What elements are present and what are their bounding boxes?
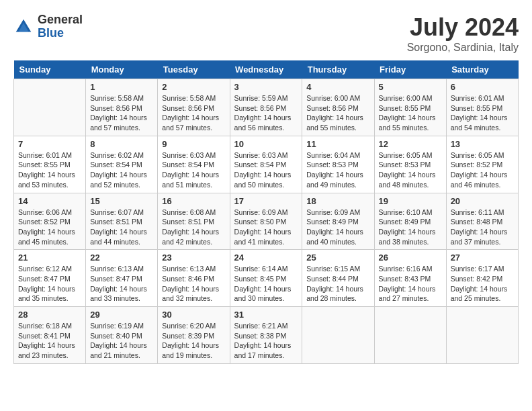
day-number: 16	[162, 196, 225, 206]
calendar-cell	[446, 307, 518, 364]
calendar-cell	[374, 307, 446, 364]
day-info: Sunrise: 6:09 AMSunset: 8:50 PMDaylight:…	[234, 208, 298, 247]
day-number: 19	[379, 196, 442, 206]
day-info: Sunrise: 6:14 AMSunset: 8:45 PMDaylight:…	[234, 264, 298, 304]
day-info: Sunrise: 5:59 AMSunset: 8:56 PMDaylight:…	[234, 93, 298, 133]
day-info: Sunrise: 6:01 AMSunset: 8:55 PMDaylight:…	[451, 93, 514, 133]
day-number: 5	[379, 82, 442, 92]
day-info: Sunrise: 6:09 AMSunset: 8:49 PMDaylight:…	[306, 208, 369, 247]
day-number: 20	[451, 196, 514, 206]
day-info: Sunrise: 6:21 AMSunset: 8:38 PMDaylight:…	[234, 321, 298, 361]
day-number: 26	[379, 253, 442, 263]
day-info: Sunrise: 5:58 AMSunset: 8:56 PMDaylight:…	[162, 93, 225, 133]
day-number: 17	[234, 196, 298, 206]
day-number: 10	[234, 139, 298, 149]
location-subtitle: Sorgono, Sardinia, Italy	[407, 42, 519, 54]
calendar-cell: 22Sunrise: 6:13 AMSunset: 8:47 PMDayligh…	[86, 250, 158, 307]
day-info: Sunrise: 6:00 AMSunset: 8:55 PMDaylight:…	[379, 93, 442, 133]
calendar-cell: 27Sunrise: 6:17 AMSunset: 8:42 PMDayligh…	[446, 250, 518, 307]
day-number: 22	[90, 253, 153, 263]
day-number: 6	[451, 82, 514, 92]
day-info: Sunrise: 6:03 AMSunset: 8:54 PMDaylight:…	[234, 150, 298, 190]
day-header-monday: Monday	[86, 60, 158, 79]
day-info: Sunrise: 6:05 AMSunset: 8:53 PMDaylight:…	[379, 150, 442, 190]
calendar-week-row: 1Sunrise: 5:58 AMSunset: 8:56 PMDaylight…	[14, 79, 519, 136]
calendar-cell: 11Sunrise: 6:04 AMSunset: 8:53 PMDayligh…	[302, 136, 374, 193]
calendar-cell: 19Sunrise: 6:10 AMSunset: 8:49 PMDayligh…	[374, 193, 446, 250]
day-info: Sunrise: 6:13 AMSunset: 8:46 PMDaylight:…	[162, 264, 225, 304]
calendar-cell: 2Sunrise: 5:58 AMSunset: 8:56 PMDaylight…	[158, 79, 230, 136]
day-header-sunday: Sunday	[14, 60, 86, 79]
day-number: 3	[234, 82, 298, 92]
calendar-week-row: 7Sunrise: 6:01 AMSunset: 8:55 PMDaylight…	[14, 136, 519, 193]
logo-general: General	[38, 13, 83, 27]
day-number: 24	[234, 253, 298, 263]
day-header-thursday: Thursday	[302, 60, 374, 79]
day-number: 18	[306, 196, 369, 206]
calendar-cell: 8Sunrise: 6:02 AMSunset: 8:54 PMDaylight…	[86, 136, 158, 193]
day-info: Sunrise: 6:16 AMSunset: 8:43 PMDaylight:…	[379, 264, 442, 304]
day-info: Sunrise: 6:01 AMSunset: 8:55 PMDaylight:…	[18, 150, 81, 190]
day-info: Sunrise: 6:10 AMSunset: 8:49 PMDaylight:…	[379, 208, 442, 247]
logo-text: General Blue	[38, 13, 83, 40]
calendar-cell	[302, 307, 374, 364]
day-info: Sunrise: 6:08 AMSunset: 8:51 PMDaylight:…	[162, 208, 225, 247]
calendar-cell: 13Sunrise: 6:05 AMSunset: 8:52 PMDayligh…	[446, 136, 518, 193]
day-number: 23	[162, 253, 225, 263]
day-info: Sunrise: 6:18 AMSunset: 8:41 PMDaylight:…	[18, 321, 81, 361]
calendar-week-row: 14Sunrise: 6:06 AMSunset: 8:52 PMDayligh…	[14, 193, 519, 250]
logo-blue: Blue	[38, 27, 83, 40]
day-number: 29	[90, 310, 153, 320]
day-number: 31	[234, 310, 298, 320]
calendar-cell: 4Sunrise: 6:00 AMSunset: 8:56 PMDaylight…	[302, 79, 374, 136]
calendar-cell: 14Sunrise: 6:06 AMSunset: 8:52 PMDayligh…	[14, 193, 86, 250]
calendar-cell: 17Sunrise: 6:09 AMSunset: 8:50 PMDayligh…	[230, 193, 302, 250]
logo-icon	[13, 17, 34, 37]
day-info: Sunrise: 6:06 AMSunset: 8:52 PMDaylight:…	[18, 208, 81, 247]
calendar-week-row: 28Sunrise: 6:18 AMSunset: 8:41 PMDayligh…	[14, 307, 519, 364]
calendar-cell: 12Sunrise: 6:05 AMSunset: 8:53 PMDayligh…	[374, 136, 446, 193]
calendar-cell: 21Sunrise: 6:12 AMSunset: 8:47 PMDayligh…	[14, 250, 86, 307]
logo: General Blue	[13, 13, 83, 40]
day-number: 9	[162, 139, 225, 149]
calendar-cell: 24Sunrise: 6:14 AMSunset: 8:45 PMDayligh…	[230, 250, 302, 307]
day-info: Sunrise: 6:04 AMSunset: 8:53 PMDaylight:…	[306, 150, 369, 190]
day-number: 25	[306, 253, 369, 263]
day-number: 1	[90, 82, 153, 92]
day-info: Sunrise: 6:03 AMSunset: 8:54 PMDaylight:…	[162, 150, 225, 190]
day-number: 21	[18, 253, 81, 263]
day-number: 15	[90, 196, 153, 206]
calendar-cell: 9Sunrise: 6:03 AMSunset: 8:54 PMDaylight…	[158, 136, 230, 193]
day-info: Sunrise: 6:11 AMSunset: 8:48 PMDaylight:…	[451, 208, 514, 247]
day-info: Sunrise: 6:15 AMSunset: 8:44 PMDaylight:…	[306, 264, 369, 304]
day-number: 14	[18, 196, 81, 206]
day-number: 11	[306, 139, 369, 149]
day-header-tuesday: Tuesday	[158, 60, 230, 79]
calendar-cell: 10Sunrise: 6:03 AMSunset: 8:54 PMDayligh…	[230, 136, 302, 193]
day-info: Sunrise: 6:13 AMSunset: 8:47 PMDaylight:…	[90, 264, 153, 304]
calendar-cell: 15Sunrise: 6:07 AMSunset: 8:51 PMDayligh…	[86, 193, 158, 250]
day-number: 2	[162, 82, 225, 92]
day-header-wednesday: Wednesday	[230, 60, 302, 79]
calendar-cell: 1Sunrise: 5:58 AMSunset: 8:56 PMDaylight…	[86, 79, 158, 136]
day-header-friday: Friday	[374, 60, 446, 79]
calendar-cell: 20Sunrise: 6:11 AMSunset: 8:48 PMDayligh…	[446, 193, 518, 250]
calendar-week-row: 21Sunrise: 6:12 AMSunset: 8:47 PMDayligh…	[14, 250, 519, 307]
day-number: 4	[306, 82, 369, 92]
day-info: Sunrise: 6:19 AMSunset: 8:40 PMDaylight:…	[90, 321, 153, 361]
day-number: 8	[90, 139, 153, 149]
day-info: Sunrise: 6:02 AMSunset: 8:54 PMDaylight:…	[90, 150, 153, 190]
day-info: Sunrise: 6:17 AMSunset: 8:42 PMDaylight:…	[451, 264, 514, 304]
calendar-cell: 16Sunrise: 6:08 AMSunset: 8:51 PMDayligh…	[158, 193, 230, 250]
calendar-cell: 3Sunrise: 5:59 AMSunset: 8:56 PMDaylight…	[230, 79, 302, 136]
title-section: July 2024 Sorgono, Sardinia, Italy	[407, 13, 519, 54]
day-header-saturday: Saturday	[446, 60, 518, 79]
calendar-cell: 26Sunrise: 6:16 AMSunset: 8:43 PMDayligh…	[374, 250, 446, 307]
calendar-cell: 31Sunrise: 6:21 AMSunset: 8:38 PMDayligh…	[230, 307, 302, 364]
day-info: Sunrise: 5:58 AMSunset: 8:56 PMDaylight:…	[90, 93, 153, 133]
calendar-cell: 29Sunrise: 6:19 AMSunset: 8:40 PMDayligh…	[86, 307, 158, 364]
calendar-cell: 5Sunrise: 6:00 AMSunset: 8:55 PMDaylight…	[374, 79, 446, 136]
calendar-cell: 23Sunrise: 6:13 AMSunset: 8:46 PMDayligh…	[158, 250, 230, 307]
day-info: Sunrise: 6:07 AMSunset: 8:51 PMDaylight:…	[90, 208, 153, 247]
calendar-header-row: SundayMondayTuesdayWednesdayThursdayFrid…	[14, 60, 519, 79]
